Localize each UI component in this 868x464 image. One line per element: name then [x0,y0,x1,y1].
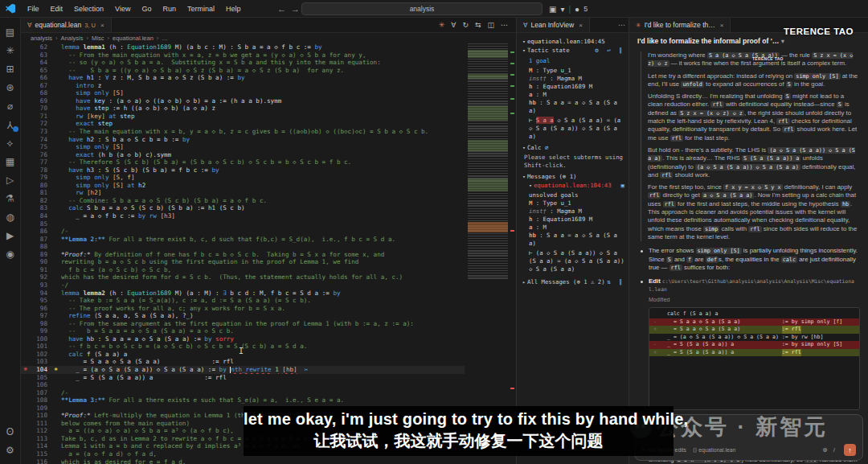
hypothesis[interactable]: hb : S a a = a ◇ S a (S a a) [529,99,624,115]
code-line-72[interactable]: 72 exact step [21,120,465,128]
record-circle-icon[interactable]: ◉ [2,244,19,263]
code-line-63[interactable]: 63 -- From the main equation with x = a,… [21,51,465,60]
code-line-98[interactable]: 98 -- From the same argument as the firs… [21,320,465,328]
code-line-84[interactable]: 84 _ = a ◇ f b c := by rw [h3] [21,212,465,220]
source-control-icon[interactable]: Y [2,115,19,133]
code-line-82[interactable]: 82 -- Combine: S b a = a ◇ S (S c b) (S … [21,197,465,205]
code-line-79[interactable]: 79 simp only [S, f] [21,174,465,182]
edit-file-path[interactable]: c:\Users\teort\Github\analysis\analysis\… [649,278,854,292]
breadcrumb-item[interactable]: analysis [31,35,52,42]
unsolved-goal-line[interactable]: ⊢ (a ◇ S a (S a a)) ◇ S a (S a a) = (a ◇… [529,249,624,273]
all-messages-header[interactable]: ▸All Messages (⊗ 1 ⚠ 2)⇅ ∥ [522,278,624,286]
code-line-91[interactable]: 91 f b c = (a ◇ S c b) ◇ S c b, [21,266,465,274]
hypothesis[interactable]: inst† : Magma M [529,207,624,216]
hypothesis[interactable]: inst† : Magma M [529,75,624,83]
code-line-93[interactable]: 93-/ [21,281,465,289]
message-location[interactable]: ▾equational.lean:104:43▣ [529,182,624,190]
hypothesis[interactable]: h : Equation1689 M [529,83,624,91]
magnifier-icon[interactable]: ⌀ [545,144,548,151]
menu-file[interactable]: File [22,0,45,18]
code-line-86[interactable]: 86/- [21,228,465,236]
tactic-state-header[interactable]: ▾Tactic state⚙ ↩ ∥ [522,47,624,55]
messages-header[interactable]: ▾Messages (⊗ 1) [522,173,624,181]
code-line-99[interactable]: 99 -- b = S a a = a ◇ S a (S a a) = a ◇ … [21,327,465,335]
copilot-icon[interactable]: ⊛ [2,78,19,96]
diff-view[interactable]: calc f (S a a) a- = S a a ◇ S a (S a a) … [649,307,860,410]
code-line-89[interactable]: 89*Proof:* By definition of f one has f … [21,251,465,259]
breadcrumb-item[interactable]: … [162,35,168,42]
hypothesis[interactable]: hb : S a a = a ◇ S a (S a a) [529,232,624,248]
code-line-85[interactable]: 85 [21,220,465,228]
hypothesis[interactable]: h : Equation1689 M [529,216,624,224]
code-line-75[interactable]: 75 simp only [S] [21,143,465,151]
code-line-73[interactable]: 73 -- The main equation with x = b, y = … [21,128,465,136]
slash-command-icon[interactable]: / [833,446,835,454]
settings-gear-icon[interactable]: ⚙ [2,441,19,459]
tab-close-icon[interactable]: × [100,22,104,29]
menu-go[interactable]: Go [136,0,157,18]
context-file-chip[interactable]: ⟨⟩ equational.lean [693,447,735,454]
code-line-107[interactable]: 107/- [21,389,465,397]
debug-icon[interactable]: ⟡ [2,133,19,152]
code-line-96[interactable]: 96 -- The proof works for all a, c; any … [21,305,465,313]
more-actions-icon[interactable]: ⋯ [501,21,508,29]
calc-header[interactable]: ▾Calc ⌀ [522,144,624,152]
menu-edit[interactable]: Edit [45,0,69,18]
code-line-70[interactable]: 70 have step := h ((a ◇ b) ◇ b) (a ◇ a) … [21,105,465,113]
code-line-103[interactable]: 103 = S a a ◇ S a (S a a) := rfl [21,358,465,366]
hypothesis[interactable]: M : Type u_1 [529,67,624,75]
code-line-100[interactable]: 100 have hb : S a a = a ◇ S a (S a a) :=… [21,335,465,343]
code-line-62[interactable]: 62lemma lemma1 (h : Equation1689 M) (a b… [21,43,465,51]
selected-subterm[interactable]: S a a [536,117,554,124]
lightbulb-icon[interactable]: ✱ [51,366,61,374]
breadcrumb-item[interactable]: Misc [92,35,104,42]
attach-icon[interactable]: ⊕ [822,446,828,454]
hypothesis[interactable]: M : Type u_1 [529,199,624,207]
tab-equational-lean[interactable]: ∀ equational.lean 3, U × [21,18,112,32]
play-circle-icon[interactable]: ▶ [2,226,19,244]
code-line-66[interactable]: 66 have h1 : ∀ z : M, S b a = a ◇ S z (S… [21,74,465,82]
code-line-116[interactable]: 116which is as desired for e = f a d. [21,458,465,464]
lean-forall-icon[interactable]: ∀ [451,21,456,29]
tab-lean-infoview[interactable]: ∀ Lean InfoView × [517,18,590,32]
tab-close-icon[interactable]: × [579,22,583,29]
code-line-106[interactable]: 106 [21,381,465,389]
code-line-80[interactable]: 80 simp only [S] at h2 [21,182,465,190]
code-line-74[interactable]: 74 have h2 : S b a ◇ S c b = b := by [21,136,465,144]
restart-icon[interactable]: ↻ [462,21,469,29]
code-line-81[interactable]: 81 rw [h2] [21,189,465,197]
github-icon[interactable]: ◍ [2,207,19,226]
code-line-95[interactable]: 95 -- Take b := S a a (= S_a(a)), c := a… [21,297,465,305]
code-line-77[interactable]: 77 -- Therefore S (S c b) (S b a) = (S b… [21,158,465,166]
code-line-87[interactable]: 87**Lemma 2:** For all a there exist b, … [21,236,465,244]
menu-run[interactable]: Run [157,0,182,18]
menu-selection[interactable]: Selection [68,0,109,18]
infoview-location-header[interactable]: ▾equational.lean:104:45 [522,38,624,46]
code-line-78[interactable]: 78 have h3 : S (S c b) (S b a) = f b c :… [21,166,465,175]
chat-transcript[interactable]: I'm wondering where S a (a ◇ S a (S a a)… [629,50,868,464]
code-line-65[interactable]: 65 -- S b a = ((y ◇ a) ◇ S b a) ◇ S z (S… [21,67,465,75]
test-flask-icon[interactable]: ⚗ [2,189,19,207]
search-icon[interactable]: ⌀ [2,96,19,115]
goal-line[interactable]: ⊢ S a a ◇ S a (S a a) = (a ◇ S a (S a a)… [529,117,624,141]
code-line-90[interactable]: 90rewriting b = a ◇ S c b using the firs… [21,258,465,266]
explorer-icon[interactable]: ▤ [2,23,19,41]
code-line-108[interactable]: 108**Lemma 3:** For all a there exists e… [21,396,465,404]
command-search-input[interactable]: analysis [301,2,542,15]
hypothesis[interactable]: a : M [529,224,624,232]
tab-chat[interactable]: ✳ I'd like to formalize th… × [629,18,731,32]
code-line-83[interactable]: 83 calc S b a = a ◇ S (S c b) (S b a) :=… [21,204,465,212]
code-line-64[interactable]: 64 -- so (y ◇ a) ◇ S b a = a. Substituti… [21,59,465,67]
claude-action-icon[interactable]: ✳ [439,21,445,29]
menu-terminal[interactable]: Terminal [182,0,220,18]
code-line-92[interactable]: 92which has the desired form for d = S c… [21,273,465,281]
code-line-97[interactable]: 97 refine ⟨S a a, a, S a (S a a), ?_⟩ [21,312,465,320]
extensions-icon[interactable]: ⊞ [2,60,19,78]
run-icon[interactable]: ▷ [2,170,19,189]
code-line-88[interactable]: 88 [21,243,465,251]
code-area[interactable]: 62lemma lemma1 (h : Equation1689 M) (a b… [21,43,465,464]
more-actions-icon[interactable]: ⋯ [618,21,625,29]
layout-icon[interactable]: ▣ [549,5,556,14]
code-line-71[interactable]: 71 rw [key] at step [21,113,465,121]
code-line-68[interactable]: 68 simp only [S] [21,89,465,97]
